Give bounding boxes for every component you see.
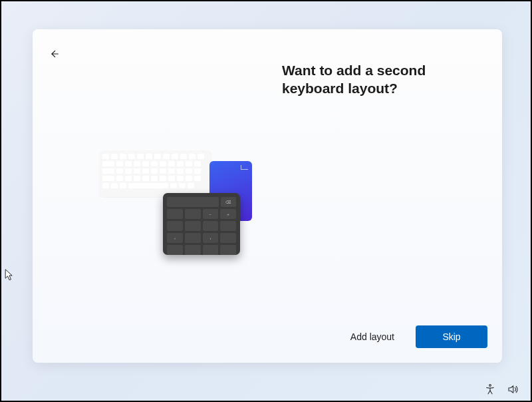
setup-card: Want to add a second keyboard layout? ⌫ … [33,29,502,363]
back-button[interactable] [45,44,65,64]
skip-button[interactable]: Skip [416,325,487,348]
sound-icon[interactable] [507,383,519,395]
keyboard-illustration: ⌫ −+ ‹› [99,149,259,282]
taskbar-tray [484,383,519,395]
back-arrow-icon [49,49,60,59]
page-heading: Want to add a second keyboard layout? [282,61,475,98]
add-layout-button[interactable]: Add layout [341,326,404,347]
footer-buttons: Add layout Skip [341,325,487,348]
svg-point-1 [489,385,491,387]
dark-numpad-graphic: ⌫ −+ ‹› [163,193,240,255]
svg-marker-2 [509,386,513,393]
mouse-cursor-icon [5,269,14,282]
accessibility-icon[interactable] [484,383,496,395]
white-keyboard-graphic [99,150,212,197]
